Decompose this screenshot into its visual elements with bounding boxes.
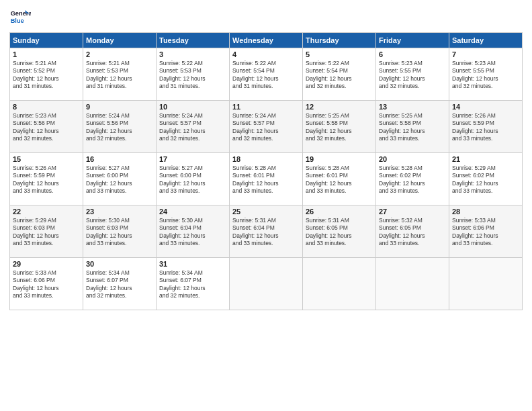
calendar-cell: 17 Sunrise: 5:27 AMSunset: 6:00 PMDaylig… (157, 153, 230, 205)
day-info: Sunrise: 5:33 AMSunset: 6:06 PMDaylight:… (452, 217, 498, 246)
day-number: 6 (379, 50, 446, 58)
calendar-cell: 16 Sunrise: 5:27 AMSunset: 6:00 PMDaylig… (83, 153, 157, 205)
day-info: Sunrise: 5:25 AMSunset: 5:58 PMDaylight:… (306, 112, 352, 142)
calendar-cell: 12 Sunrise: 5:25 AMSunset: 5:58 PMDaylig… (303, 101, 376, 153)
day-info: Sunrise: 5:26 AMSunset: 5:59 PMDaylight:… (452, 112, 498, 142)
calendar-week-row: 1 Sunrise: 5:21 AMSunset: 5:52 PMDayligh… (10, 48, 523, 101)
calendar-cell: 28 Sunrise: 5:33 AMSunset: 6:06 PMDaylig… (449, 205, 523, 258)
day-number: 28 (452, 208, 519, 216)
day-info: Sunrise: 5:30 AMSunset: 6:03 PMDaylight:… (86, 217, 132, 246)
calendar-cell: 31 Sunrise: 5:34 AMSunset: 6:07 PMDaylig… (157, 258, 230, 310)
day-number: 5 (306, 50, 373, 58)
day-number: 25 (232, 208, 300, 216)
calendar-cell: 22 Sunrise: 5:29 AMSunset: 6:03 PMDaylig… (10, 205, 83, 258)
calendar-cell: 2 Sunrise: 5:21 AMSunset: 5:53 PMDayligh… (83, 48, 157, 101)
calendar-cell: 3 Sunrise: 5:22 AMSunset: 5:53 PMDayligh… (157, 48, 230, 101)
svg-text:Blue: Blue (11, 17, 24, 24)
day-number: 20 (379, 155, 446, 163)
day-info: Sunrise: 5:29 AMSunset: 6:02 PMDaylight:… (452, 165, 498, 194)
day-info: Sunrise: 5:34 AMSunset: 6:07 PMDaylight:… (159, 269, 206, 299)
day-info: Sunrise: 5:23 AMSunset: 5:56 PMDaylight:… (13, 112, 59, 142)
calendar-cell: 8 Sunrise: 5:23 AMSunset: 5:56 PMDayligh… (10, 101, 83, 153)
calendar-cell: 1 Sunrise: 5:21 AMSunset: 5:52 PMDayligh… (10, 48, 83, 101)
calendar-cell: 14 Sunrise: 5:26 AMSunset: 5:59 PMDaylig… (449, 101, 523, 153)
calendar-cell: 20 Sunrise: 5:28 AMSunset: 6:02 PMDaylig… (376, 153, 449, 205)
weekday-header-cell: Thursday (303, 33, 376, 48)
day-number: 19 (306, 155, 373, 163)
calendar-cell: 6 Sunrise: 5:23 AMSunset: 5:55 PMDayligh… (376, 48, 449, 101)
calendar-cell: 9 Sunrise: 5:24 AMSunset: 5:56 PMDayligh… (83, 101, 157, 153)
weekday-header-cell: Monday (83, 33, 157, 48)
day-info: Sunrise: 5:22 AMSunset: 5:53 PMDaylight:… (159, 60, 206, 89)
day-number: 4 (232, 50, 300, 58)
day-info: Sunrise: 5:26 AMSunset: 5:59 PMDaylight:… (13, 165, 59, 194)
day-info: Sunrise: 5:25 AMSunset: 5:58 PMDaylight:… (379, 112, 425, 142)
calendar-week-row: 29 Sunrise: 5:33 AMSunset: 6:06 PMDaylig… (10, 258, 523, 310)
day-info: Sunrise: 5:27 AMSunset: 6:00 PMDaylight:… (159, 165, 206, 194)
day-info: Sunrise: 5:32 AMSunset: 6:05 PMDaylight:… (379, 217, 425, 246)
calendar-table: SundayMondayTuesdayWednesdayThursdayFrid… (9, 32, 523, 310)
day-number: 29 (13, 260, 80, 268)
day-number: 26 (306, 208, 373, 216)
calendar-cell: 27 Sunrise: 5:32 AMSunset: 6:05 PMDaylig… (376, 205, 449, 258)
calendar-cell: 25 Sunrise: 5:31 AMSunset: 6:04 PMDaylig… (230, 205, 303, 258)
day-number: 8 (13, 103, 80, 111)
day-info: Sunrise: 5:28 AMSunset: 6:01 PMDaylight:… (306, 165, 352, 194)
day-info: Sunrise: 5:22 AMSunset: 5:54 PMDaylight:… (232, 60, 279, 89)
day-info: Sunrise: 5:21 AMSunset: 5:52 PMDaylight:… (13, 60, 59, 89)
calendar-cell: 11 Sunrise: 5:24 AMSunset: 5:57 PMDaylig… (230, 101, 303, 153)
day-number: 22 (13, 208, 80, 216)
day-number: 18 (232, 155, 300, 163)
calendar-week-row: 15 Sunrise: 5:26 AMSunset: 5:59 PMDaylig… (10, 153, 523, 205)
weekday-header-cell: Tuesday (157, 33, 230, 48)
day-number: 9 (86, 103, 153, 111)
day-info: Sunrise: 5:21 AMSunset: 5:53 PMDaylight:… (86, 60, 132, 89)
svg-text:General: General (11, 10, 31, 17)
calendar-cell: 24 Sunrise: 5:30 AMSunset: 6:04 PMDaylig… (157, 205, 230, 258)
calendar-cell: 23 Sunrise: 5:30 AMSunset: 6:03 PMDaylig… (83, 205, 157, 258)
weekday-header-cell: Friday (376, 33, 449, 48)
page-header: General Blue (9, 7, 523, 28)
weekday-header-row: SundayMondayTuesdayWednesdayThursdayFrid… (10, 33, 523, 48)
day-number: 2 (86, 50, 153, 58)
calendar-week-row: 22 Sunrise: 5:29 AMSunset: 6:03 PMDaylig… (10, 205, 523, 258)
day-info: Sunrise: 5:29 AMSunset: 6:03 PMDaylight:… (13, 217, 59, 246)
day-info: Sunrise: 5:24 AMSunset: 5:56 PMDaylight:… (86, 112, 132, 142)
day-number: 12 (306, 103, 373, 111)
day-number: 14 (452, 103, 519, 111)
weekday-header-cell: Saturday (449, 33, 523, 48)
day-info: Sunrise: 5:33 AMSunset: 6:06 PMDaylight:… (13, 269, 59, 299)
day-info: Sunrise: 5:31 AMSunset: 6:05 PMDaylight:… (306, 217, 352, 246)
logo: General Blue (9, 7, 34, 28)
day-number: 21 (452, 155, 519, 163)
weekday-header-cell: Sunday (10, 33, 83, 48)
day-number: 15 (13, 155, 80, 163)
day-number: 3 (159, 50, 226, 58)
day-info: Sunrise: 5:30 AMSunset: 6:04 PMDaylight:… (159, 217, 206, 246)
calendar-cell (449, 258, 523, 310)
day-number: 13 (379, 103, 446, 111)
day-number: 23 (86, 208, 153, 216)
day-number: 30 (86, 260, 153, 268)
calendar-cell: 18 Sunrise: 5:28 AMSunset: 6:01 PMDaylig… (230, 153, 303, 205)
day-info: Sunrise: 5:24 AMSunset: 5:57 PMDaylight:… (159, 112, 206, 142)
calendar-cell: 29 Sunrise: 5:33 AMSunset: 6:06 PMDaylig… (10, 258, 83, 310)
day-info: Sunrise: 5:22 AMSunset: 5:54 PMDaylight:… (306, 60, 352, 89)
day-info: Sunrise: 5:34 AMSunset: 6:07 PMDaylight:… (86, 269, 132, 299)
logo-icon: General Blue (9, 7, 31, 28)
day-number: 11 (232, 103, 300, 111)
day-number: 10 (159, 103, 226, 111)
day-info: Sunrise: 5:31 AMSunset: 6:04 PMDaylight:… (232, 217, 279, 246)
day-number: 27 (379, 208, 446, 216)
day-number: 17 (159, 155, 226, 163)
calendar-cell: 30 Sunrise: 5:34 AMSunset: 6:07 PMDaylig… (83, 258, 157, 310)
calendar-cell (376, 258, 449, 310)
day-number: 31 (159, 260, 226, 268)
calendar-cell: 13 Sunrise: 5:25 AMSunset: 5:58 PMDaylig… (376, 101, 449, 153)
calendar-cell: 26 Sunrise: 5:31 AMSunset: 6:05 PMDaylig… (303, 205, 376, 258)
calendar-body: 1 Sunrise: 5:21 AMSunset: 5:52 PMDayligh… (10, 48, 523, 310)
calendar-cell (303, 258, 376, 310)
day-info: Sunrise: 5:23 AMSunset: 5:55 PMDaylight:… (379, 60, 425, 89)
day-number: 7 (452, 50, 519, 58)
calendar-cell: 19 Sunrise: 5:28 AMSunset: 6:01 PMDaylig… (303, 153, 376, 205)
